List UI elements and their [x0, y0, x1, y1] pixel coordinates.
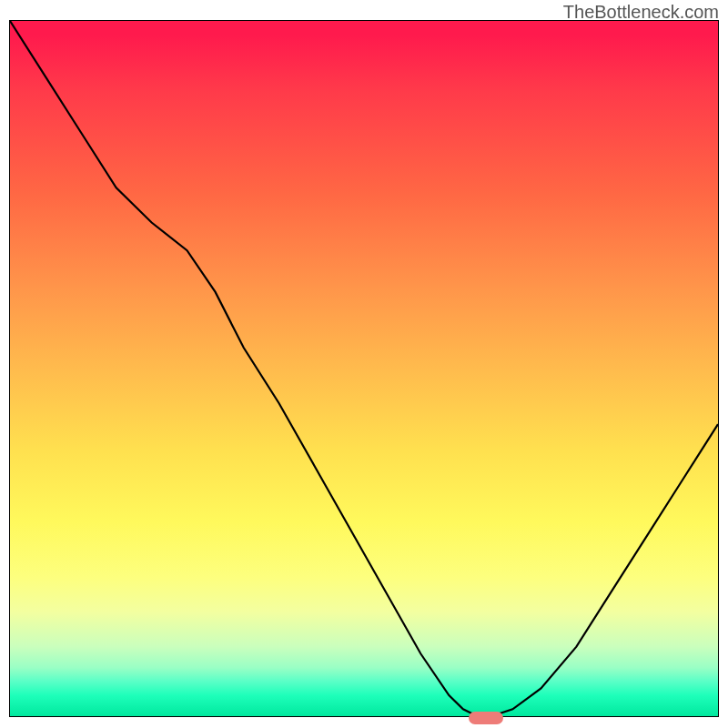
- chart-area: [9, 20, 719, 717]
- bottleneck-curve: [10, 21, 718, 716]
- optimal-marker: [469, 712, 503, 724]
- watermark-text: TheBottleneck.com: [563, 2, 719, 23]
